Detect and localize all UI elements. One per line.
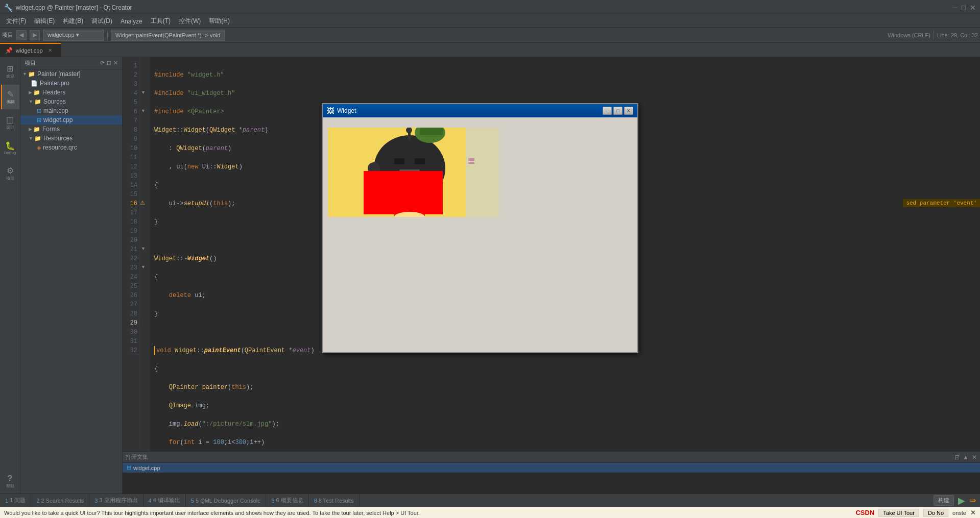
encoding-label: Windows (CRLF) <box>888 32 930 38</box>
close-button[interactable]: ✕ <box>970 4 976 12</box>
code-editor[interactable]: 1 2 3 4 5 6 7 8 9 10 11 12 13 14 15 16 1 <box>123 57 980 451</box>
bottom-right-label: onste <box>952 510 966 516</box>
bottom-tabs: 1 1 问题 2 2 Search Results 3 3 应用程序输出 4 4… <box>0 494 980 507</box>
preview-minimize-button[interactable]: ─ <box>603 107 612 115</box>
toolbar: 项目 ◀ ▶ widget.cpp ▾ Widget::paintEvent(Q… <box>0 28 980 43</box>
sources-folder-icon: 📁 <box>34 98 41 105</box>
tab-close-icon[interactable]: ✕ <box>48 47 52 53</box>
sep2 <box>934 31 934 40</box>
bottom-tab-general[interactable]: 6 6 概要信息 <box>266 494 308 507</box>
bottom-tab-compile[interactable]: 4 4 编译输出 <box>144 494 186 507</box>
tab-modified-icon: 📌 <box>5 47 13 54</box>
bottom-tab-qml[interactable]: 5 5 QML Debugger Console <box>186 494 267 507</box>
bottom-tab-issues[interactable]: 1 1 问题 <box>0 494 31 507</box>
svg-rect-18 <box>364 171 443 214</box>
bottom-tab-app-output[interactable]: 3 3 应用程序输出 <box>89 494 143 507</box>
menu-edit[interactable]: 编辑(E) <box>30 16 59 27</box>
edit-label: 编辑 <box>7 99 15 105</box>
middle-section: ⊞ 欢迎 ✎ 编辑 ◫ 设计 🐛 Debug ⚙ 项目 ? 帮助 <box>0 57 980 494</box>
menu-build[interactable]: 构建(B) <box>59 16 87 27</box>
design-icon: ◫ <box>6 115 14 125</box>
open-file-cpp-icon: ⊞ <box>127 464 131 471</box>
preview-restore-button[interactable]: □ <box>613 107 623 115</box>
code-line-17: { <box>154 364 976 374</box>
tree-item-headers[interactable]: ▶ 📁 Headers <box>20 88 122 97</box>
qrc-icon: ◈ <box>37 144 41 151</box>
open-files-layout-icon[interactable]: ⊡ <box>954 454 960 461</box>
tree-item-main-cpp[interactable]: ⊞ main.cpp <box>20 106 122 115</box>
menu-controls[interactable]: 控件(W) <box>175 16 205 27</box>
nav-back-button[interactable]: ◀ <box>16 30 27 40</box>
function-selector[interactable]: Widget::paintEvent(QPaintEvent *) -> voi… <box>111 30 225 41</box>
project-icon-label: 项目 <box>6 176 14 181</box>
menu-file[interactable]: 文件(F) <box>2 16 30 27</box>
svg-rect-15 <box>420 128 443 135</box>
bottom-tab-search[interactable]: 2 2 Search Results <box>31 494 89 507</box>
open-file-widget-cpp[interactable]: ⊞ widget.cpp <box>123 463 980 473</box>
headers-folder-icon: 📁 <box>33 89 40 96</box>
svg-rect-2 <box>466 128 499 217</box>
bottom-close-icon[interactable]: ✕ <box>970 509 976 516</box>
tree-item-widget-cpp[interactable]: ⊞ widget.cpp <box>20 115 122 125</box>
sidebar-debug[interactable]: 🐛 Debug <box>1 136 19 160</box>
sidebar-welcome[interactable]: ⊞ 欢迎 <box>1 59 19 84</box>
project-label: 项目 <box>2 31 13 39</box>
take-tour-button[interactable]: Take UI Tour <box>878 509 919 517</box>
open-files-close-icon[interactable]: ✕ <box>972 454 977 461</box>
tree-item-sources[interactable]: ▼ 📁 Sources <box>20 97 122 106</box>
maximize-button[interactable]: □ <box>962 4 966 12</box>
preview-close-button[interactable]: ✕ <box>624 107 633 115</box>
run-button[interactable]: ▶ <box>958 495 965 506</box>
tree-item-resources[interactable]: ▼ 📁 Resources <box>20 134 122 143</box>
forms-folder-icon: 📁 <box>33 126 40 133</box>
robot-scene-svg <box>328 128 499 217</box>
svg-rect-16 <box>468 158 474 161</box>
menu-analyze[interactable]: Analyze <box>116 17 147 26</box>
open-files-label: 打开文集 <box>126 453 148 461</box>
tree-item-painter-master[interactable]: ▼ 📁 Painter [master] <box>20 69 122 79</box>
tab-widget-cpp[interactable]: 📌 widget.cpp ✕ <box>0 43 61 57</box>
file-selector[interactable]: widget.cpp ▾ <box>43 30 104 41</box>
menu-tools[interactable]: 工具(T) <box>147 16 175 27</box>
open-files-arrow-icon[interactable]: ▲ <box>963 454 969 461</box>
sidebar-help[interactable]: ? 帮助 <box>1 469 19 494</box>
tree-sync-icon[interactable]: ⟳ <box>100 60 105 66</box>
painter-folder-icon: 📁 <box>28 71 35 78</box>
no-tour-button[interactable]: Do No <box>923 509 948 517</box>
sidebar-edit[interactable]: ✎ 编辑 <box>1 85 19 109</box>
menu-help[interactable]: 帮助(H) <box>205 16 234 27</box>
tree-item-forms[interactable]: ▶ 📁 Forms <box>20 125 122 134</box>
sidebar-project[interactable]: ⚙ 项目 <box>1 161 19 186</box>
sidebar-design[interactable]: ◫ 设计 <box>1 110 19 135</box>
tab-label: widget.cpp <box>16 47 43 54</box>
editor-area: 1 2 3 4 5 6 7 8 9 10 11 12 13 14 15 16 1 <box>123 57 980 494</box>
pro-file-icon: 📄 <box>31 80 38 87</box>
preview-image <box>328 128 499 217</box>
open-files-header: 打开文集 ⊡ ▲ ✕ <box>123 452 980 463</box>
code-line-19: QImage img; <box>154 401 976 410</box>
tree-layout-icon[interactable]: ⊡ <box>107 60 111 66</box>
menu-debug[interactable]: 调试(D) <box>87 16 116 27</box>
bottom-tab-test[interactable]: 8 8 Test Results <box>309 494 360 507</box>
open-files-list: ⊞ widget.cpp <box>123 463 980 494</box>
preview-window-buttons: ─ □ ✕ <box>603 107 633 115</box>
tree-close-icon[interactable]: ✕ <box>113 60 118 66</box>
debug-icon: 🐛 <box>5 141 15 151</box>
tree-item-resource-qrc[interactable]: ◈ resource.qrc <box>20 143 122 152</box>
code-line-20: img.load(":/picture/slm.jpg"); <box>154 420 976 429</box>
title-bar: 🔧 widget.cpp @ Painter [master] - Qt Cre… <box>0 0 980 15</box>
tree-item-painter-pro[interactable]: 📄 Painter.pro <box>20 79 122 88</box>
tooltip-actions: CSDN Take UI Tour Do No onste ✕ <box>855 509 976 517</box>
design-label: 设计 <box>6 125 14 130</box>
nav-forward-button[interactable]: ▶ <box>30 30 40 40</box>
main-cpp-icon: ⊞ <box>37 108 41 114</box>
debug-run-button[interactable]: ⇒ <box>969 496 976 505</box>
code-line-1: #include "widget.h" <box>154 70 976 80</box>
csdn-label: CSDN <box>855 509 874 516</box>
minimize-button[interactable]: ─ <box>952 4 958 12</box>
project-icon: ⚙ <box>7 166 14 176</box>
build-action-button[interactable]: 构建 <box>934 495 954 506</box>
file-tree-content: ▼ 📁 Painter [master] 📄 Painter.pro ▶ 📁 H… <box>20 69 122 494</box>
welcome-icon: ⊞ <box>7 64 13 73</box>
preview-window[interactable]: 🖼 Widget ─ □ ✕ <box>322 103 638 353</box>
